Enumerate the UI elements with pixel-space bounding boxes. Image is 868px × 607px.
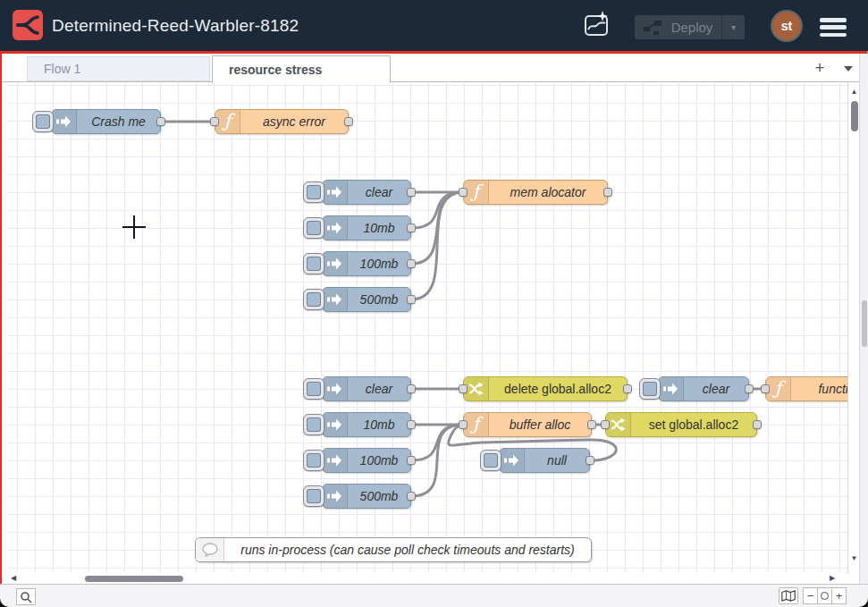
node-10mb-1[interactable]: 10mb xyxy=(322,215,411,240)
node-label: 500mb xyxy=(348,288,410,311)
node-clear-1[interactable]: clear xyxy=(322,180,411,205)
node-label: buffer alloc xyxy=(489,413,591,436)
deploy-options-caret[interactable]: ▾ xyxy=(721,15,745,39)
node-500mb-1[interactable]: 500mb xyxy=(322,287,411,312)
node-output-port[interactable] xyxy=(407,259,416,268)
node-crash-me[interactable]: Crash me xyxy=(51,109,161,134)
node-output-port[interactable] xyxy=(753,420,762,429)
change-icon xyxy=(606,413,631,436)
flowfuse-logo-icon[interactable] xyxy=(13,10,43,40)
inject-button[interactable] xyxy=(303,253,324,274)
inject-button[interactable] xyxy=(480,450,501,471)
node-output-port[interactable] xyxy=(407,384,416,393)
node-output-port[interactable] xyxy=(587,420,596,429)
node-output-port[interactable] xyxy=(586,456,594,465)
inject-button[interactable] xyxy=(303,289,324,310)
flow-canvas[interactable]: Crash meƒasync errorclear10mb100mb500mbƒ… xyxy=(7,82,847,573)
node-input-port[interactable] xyxy=(459,384,468,393)
node-100mb-2[interactable]: 100mb xyxy=(322,448,411,473)
scroll-right-icon[interactable]: ▶ xyxy=(830,573,835,584)
window-corner xyxy=(859,598,868,607)
node-output-port[interactable] xyxy=(407,188,416,197)
node-null[interactable]: null xyxy=(499,448,590,473)
inject-button[interactable] xyxy=(303,181,324,203)
node-input-port[interactable] xyxy=(459,188,468,197)
node-output-port[interactable] xyxy=(603,188,612,197)
node-comment[interactable]: runs in-process (can cause poll check ti… xyxy=(195,537,592,562)
inject-icon xyxy=(323,377,348,400)
vertical-scrollbar-thumb[interactable] xyxy=(851,101,858,131)
tab-resource-stress[interactable]: resource stress xyxy=(212,55,391,83)
node-label: async error xyxy=(240,110,348,133)
node-output-port[interactable] xyxy=(745,384,754,393)
vertical-scrollbar[interactable]: ▲ ▼ xyxy=(847,82,859,573)
deploy-button[interactable]: Deploy ▾ xyxy=(635,15,745,39)
node-100mb-1[interactable]: 100mb xyxy=(322,251,411,276)
node-label: set global.alloc2 xyxy=(631,413,756,436)
node-input-port[interactable] xyxy=(601,420,610,429)
scroll-left-icon[interactable]: ◀ xyxy=(11,573,16,584)
node-output-port[interactable] xyxy=(407,223,416,232)
map-icon xyxy=(781,590,796,602)
inject-button[interactable] xyxy=(32,111,54,132)
inject-button[interactable] xyxy=(303,485,324,507)
zoom-out-button[interactable]: − xyxy=(803,587,818,604)
minimap-button[interactable] xyxy=(779,587,798,604)
node-clear-2[interactable]: clear xyxy=(322,376,411,401)
inject-button[interactable] xyxy=(303,414,324,435)
horizontal-scrollbar-thumb[interactable] xyxy=(85,576,183,582)
node-label: function xyxy=(791,377,847,400)
inject-button[interactable] xyxy=(303,217,324,239)
window-corner xyxy=(0,598,9,607)
node-label: delete global.alloc2 xyxy=(489,377,627,400)
window-scrollbar-thumb[interactable] xyxy=(862,300,867,347)
node-output-port[interactable] xyxy=(156,117,165,126)
node-500mb-2[interactable]: 500mb xyxy=(322,484,411,509)
node-output-port[interactable] xyxy=(344,117,353,126)
node-input-port[interactable] xyxy=(459,420,468,429)
flow-list-menu-button[interactable] xyxy=(839,56,858,80)
node-output-port[interactable] xyxy=(407,456,416,465)
inject-button[interactable] xyxy=(303,450,324,471)
node-input-port[interactable] xyxy=(210,117,219,126)
user-avatar[interactable]: st xyxy=(772,12,801,40)
zoom-reset-icon xyxy=(821,592,829,600)
inject-icon xyxy=(323,216,348,240)
add-flow-button[interactable]: + xyxy=(809,56,830,80)
zoom-reset-button[interactable] xyxy=(817,587,832,604)
node-output-port[interactable] xyxy=(623,384,632,393)
node-input-port[interactable] xyxy=(761,384,770,393)
node-async-error[interactable]: ƒasync error xyxy=(215,109,349,134)
ai-assistant-icon[interactable] xyxy=(581,10,611,40)
main-menu-icon[interactable] xyxy=(820,18,847,37)
node-output-port[interactable] xyxy=(407,420,416,429)
node-function[interactable]: ƒfunction xyxy=(765,376,847,401)
wire-layer xyxy=(7,82,847,573)
inject-icon xyxy=(323,449,348,472)
function-icon: ƒ xyxy=(464,181,489,204)
zoom-in-button[interactable]: + xyxy=(831,587,847,604)
node-label: 10mb xyxy=(348,413,410,436)
node-mem-alocator[interactable]: ƒmem alocator xyxy=(463,180,608,205)
inject-icon xyxy=(323,485,348,508)
inject-icon xyxy=(323,181,348,204)
horizontal-scrollbar[interactable]: ◀ ▶ xyxy=(7,573,847,584)
node-buffer-alloc[interactable]: ƒbuffer alloc xyxy=(463,412,592,437)
node-10mb-2[interactable]: 10mb xyxy=(322,412,411,437)
deploy-icon xyxy=(643,20,662,36)
tab-flow-1[interactable]: Flow 1 xyxy=(27,56,210,81)
node-output-port[interactable] xyxy=(407,295,416,304)
node-clear-3[interactable]: clear xyxy=(658,376,749,401)
inject-button[interactable] xyxy=(303,378,324,400)
node-delete-global-alloc2[interactable]: delete global.alloc2 xyxy=(463,376,628,401)
change-icon xyxy=(464,377,489,400)
node-label: mem alocator xyxy=(489,181,607,204)
node-output-port[interactable] xyxy=(407,492,416,501)
window-scrollbar[interactable] xyxy=(859,54,868,607)
accent-left-border xyxy=(0,51,2,601)
inject-button[interactable] xyxy=(639,378,661,400)
search-button[interactable] xyxy=(16,588,36,605)
node-set-global-alloc2[interactable]: set global.alloc2 xyxy=(605,412,757,437)
node-label: runs in-process (can cause poll check ti… xyxy=(224,538,591,561)
inject-icon xyxy=(52,110,77,133)
